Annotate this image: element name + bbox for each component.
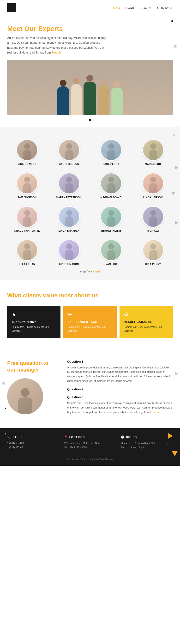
footer-hours-lines: Mon - Fri ..... 11 am – 8 pm, Sat, Sun .… [121, 441, 173, 450]
hero-person-3 [84, 75, 96, 115]
transparency-title: TRANSPARENCY [12, 320, 56, 323]
freepik-link-team[interactable]: Freepik [92, 270, 100, 273]
faq-right-panel: Question 1 Answer. Lorem ipsum dolor sit… [67, 360, 173, 419]
team-member-7: LINDA LARSON [133, 172, 173, 199]
freepik-link-hero[interactable]: Freepik [52, 51, 61, 54]
team-name-10: THOMAS HENRY [100, 230, 122, 232]
avatar-gabbi-hudson[interactable] [58, 139, 80, 161]
team-member-3: MARGO LOO [133, 139, 173, 166]
nav-contact[interactable]: CONTACT [157, 6, 173, 10]
avatar-paul-perry[interactable] [100, 139, 122, 161]
hero-person-5 [111, 81, 123, 115]
value-cards: ★ TRANSPARENCY Sample text. Click to sel… [7, 306, 173, 338]
avatar-dina-perry[interactable] [142, 239, 164, 261]
team-member-2: PAUL PERRY [91, 139, 131, 166]
value-card-transparency[interactable]: ★ TRANSPARENCY Sample text. Click to sel… [7, 306, 60, 338]
team-name-11: NICK AVA [147, 230, 159, 232]
clock-icon: 🕐 [121, 436, 124, 439]
faq-manager-avatar [7, 378, 43, 414]
team-name-13: KRISTY MASON [59, 263, 79, 266]
faq-q3-label[interactable]: Question 3 [67, 395, 173, 399]
nav-home[interactable]: HOME [125, 6, 135, 10]
faq-left-panel: Free question to our manager [7, 360, 60, 419]
navbar: TEAM HOME ABOUT CONTACT [0, 0, 180, 15]
team-member-1: GABBI HUDSON [49, 139, 89, 166]
footer-col-location: 📍 LOCATION 121 Rock Street, 21 Avenue, N… [64, 436, 116, 450]
team-name-7: LINDA LARSON [143, 196, 163, 199]
team-grid: NICK DOWSON GABBI HUDSON [7, 139, 173, 266]
footer-col-call: 📞 CALL US 1 (234) 567-891, 1 (234) 987-6… [7, 436, 59, 450]
avatar-harry-patterson[interactable] [58, 172, 80, 194]
avatar-meghan-scavo[interactable] [100, 172, 122, 194]
avatar-margo-loo[interactable] [142, 139, 164, 161]
avatar-kristy-mason[interactable] [58, 239, 80, 261]
team-name-9: LINDA BRAYDEN [58, 230, 80, 232]
deco-triangle-faq-left [2, 382, 5, 385]
deco-triangle-team-3 [175, 221, 178, 225]
deco-dot-team-1 [173, 134, 175, 136]
team-name-14: IVAN LOO [105, 263, 117, 266]
hero-pagination [7, 118, 173, 122]
team-name-0: NICK DOWSON [18, 163, 36, 166]
deco-dot-footer [5, 433, 6, 434]
team-name-5: HARRY PATTERSON [56, 196, 82, 199]
avatar-thomas-henry[interactable] [100, 206, 122, 228]
deco-triangle-faq-right [175, 372, 178, 376]
team-name-1: GABBI HUDSON [59, 163, 79, 166]
footer-grid: 📞 CALL US 1 (234) 567-891, 1 (234) 987-6… [7, 436, 173, 450]
footer-location-title: 📍 LOCATION [64, 436, 116, 439]
team-freepik-credit: Image from Freepik [7, 270, 173, 273]
faq-q1-answer: Answer. Lorem ipsum dolor sit amet, cons… [67, 365, 173, 383]
freepik-link-faq[interactable]: Freepik [150, 411, 159, 414]
faq-item-1: Question 1 Answer. Lorem ipsum dolor sit… [67, 360, 173, 383]
avatar-linda-larson[interactable] [142, 172, 164, 194]
team-name-15: DINA PERRY [145, 263, 161, 266]
nav-about[interactable]: ABOUT [140, 6, 152, 10]
team-member-15: DINA PERRY [133, 239, 173, 266]
logo[interactable] [7, 3, 16, 12]
hero-section: Meet Our Experts Article evident arrived… [0, 15, 180, 127]
team-member-14: IVAN LOO [91, 239, 131, 266]
experienced-title: EXPIRIENCED TEAM [68, 320, 112, 323]
avatar-grace-charlotte[interactable] [16, 206, 38, 228]
avatar-nick-ava[interactable] [142, 206, 164, 228]
transparency-text: Sample text. Click to select the Text El… [12, 325, 56, 333]
avatar-nick-dowson[interactable] [16, 139, 38, 161]
team-member-11: NICK AVA [133, 206, 173, 232]
experienced-icon: ⊕ [68, 311, 112, 318]
deco-triangle-team-1 [175, 166, 178, 170]
team-member-0: NICK DOWSON [7, 139, 47, 166]
hero-person-2 [71, 78, 82, 115]
hero-person-1 [57, 80, 69, 115]
team-member-12: ELLA ETHAN [7, 239, 47, 266]
result-icon: ⚙ [124, 311, 168, 318]
footer-bottom-text: Sample text. Click to select the Text El… [7, 458, 173, 461]
team-member-10: THOMAS HENRY [91, 206, 131, 232]
hero-title: Meet Our Experts [7, 25, 173, 33]
footer-bottom: Sample text. Click to select the Text El… [7, 454, 173, 461]
result-text: Sample text. Click to select the Text El… [124, 325, 168, 333]
avatar-ella-ethan[interactable] [16, 239, 38, 261]
deco-dot-1 [171, 20, 173, 22]
nav-team[interactable]: TEAM [111, 6, 120, 10]
pagination-dot [89, 119, 91, 122]
faq-q3-answer: Sample text. Click toArticle evident arr… [67, 401, 173, 414]
hero-person-4 [98, 79, 109, 115]
team-member-4: SAM JHONSON [7, 172, 47, 199]
value-card-experienced[interactable]: ⊕ EXPIRIENCED TEAM Sample text. Click to… [63, 306, 117, 338]
footer: 📞 CALL US 1 (234) 567-891, 1 (234) 987-6… [0, 428, 180, 466]
avatar-linda-brayden[interactable] [58, 206, 80, 228]
result-title: RESULT GARANTIE [124, 320, 168, 323]
footer-call-title: 📞 CALL US [7, 436, 59, 439]
value-card-result[interactable]: ⚙ RESULT GARANTIE Sample text. Click to … [120, 306, 173, 338]
team-member-5: HARRY PATTERSON [49, 172, 89, 199]
team-name-2: PAUL PERRY [103, 163, 119, 166]
avatar-sam-jhonson[interactable] [16, 172, 38, 194]
footer-col-hours: 🕐 HOURS Mon - Fri ..... 11 am – 8 pm, Sa… [121, 436, 173, 450]
hero-image [7, 60, 173, 115]
faq-title: Free question to our manager [7, 360, 60, 374]
experienced-text: Sample text. Click to select the Text El… [68, 325, 112, 333]
faq-section: Free question to our manager Question 1 … [0, 348, 180, 428]
faq-q2-label[interactable]: Question 2 [67, 388, 173, 391]
avatar-ivan-loo[interactable] [100, 239, 122, 261]
